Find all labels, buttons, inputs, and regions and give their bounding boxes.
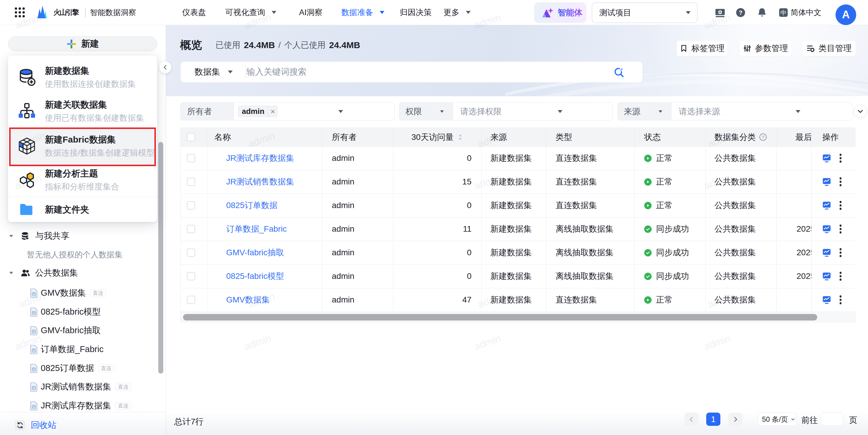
svg-text:中: 中 <box>781 9 786 16</box>
svg-text:?: ? <box>739 9 743 16</box>
svg-text:?: ? <box>762 135 764 140</box>
